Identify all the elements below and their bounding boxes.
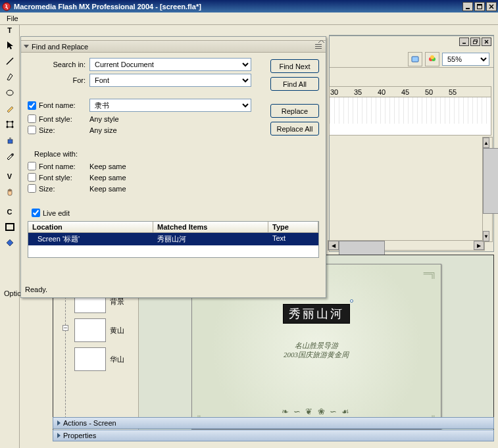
svg-point-15 (11, 153, 14, 156)
stage-subtitle-1[interactable]: 名山胜景导游 (192, 341, 441, 351)
ink-bottle-tool[interactable] (3, 133, 17, 147)
properties-panel-label: Properties (63, 432, 96, 439)
font-style-checkbox[interactable] (28, 114, 36, 123)
stroke-color[interactable] (3, 220, 17, 234)
free-transform-tool[interactable] (3, 117, 17, 132)
pen-tool[interactable] (3, 70, 17, 84)
expand-triangle-icon (24, 45, 29, 48)
app-body: T V C Options 55% 303540 (0, 25, 498, 448)
menu-file[interactable]: File (3, 13, 22, 24)
maximize-button[interactable] (474, 2, 485, 11)
svg-rect-23 (412, 57, 418, 62)
stage-subtitle-2[interactable]: 2003国庆旅游黄金周 (192, 350, 441, 360)
actions-panel-bar[interactable]: Actions - Screen (53, 417, 494, 429)
timeline-ruler[interactable]: 303540455055 (330, 87, 491, 97)
fill-icon[interactable] (3, 236, 17, 250)
hand-tool[interactable] (3, 184, 17, 199)
minimize-button[interactable] (462, 2, 473, 11)
screen-item-huashan[interactable]: 华山 (55, 345, 137, 374)
bottom-panels: Actions - Screen Properties (53, 417, 494, 442)
close-button[interactable] (486, 2, 497, 11)
scroll-up-button[interactable]: ▲ (483, 137, 489, 148)
timeline-frames[interactable] (330, 97, 491, 124)
replace-font-style-value: Keep same (89, 174, 126, 182)
doc-close-button[interactable] (482, 37, 491, 46)
edit-symbol-button[interactable] (425, 52, 439, 66)
view-label: V (0, 171, 19, 183)
document-toolbar: 55% (330, 51, 493, 68)
colors-label: C (0, 207, 19, 218)
for-select[interactable]: Font (89, 74, 251, 87)
replace-font-name-value: Keep same (89, 162, 126, 170)
svg-point-11 (6, 126, 8, 128)
title-bar: Macromedia Flash MX Professional 2004 - … (0, 0, 498, 12)
panel-menu-icon[interactable] (314, 43, 323, 51)
svg-rect-20 (474, 41, 477, 44)
svg-point-12 (11, 126, 13, 128)
replace-size-checkbox[interactable] (28, 184, 36, 193)
search-in-label: Search in: (28, 61, 89, 68)
screen-item-huangshan[interactable]: 黄山 (55, 316, 137, 345)
window-controls (462, 2, 497, 11)
screen-label: 黄山 (110, 326, 124, 336)
collapse-triangle-icon (57, 433, 61, 438)
oval-tool[interactable] (3, 86, 17, 100)
svg-point-7 (7, 90, 13, 95)
cell-location: Screen '标题' (28, 233, 153, 245)
find-replace-title: Find and Replace (32, 43, 314, 51)
edit-scene-button[interactable] (408, 52, 422, 66)
scroll-right-button[interactable]: ▶ (474, 241, 484, 250)
header-location[interactable]: Location (28, 222, 153, 232)
svg-rect-14 (9, 137, 11, 139)
search-in-select[interactable]: Current Document (89, 58, 251, 71)
timeline-scrollbar-horizontal[interactable]: ◀ ▶ (328, 240, 485, 251)
collapse-triangle-icon (57, 420, 61, 426)
replace-button[interactable]: Replace (270, 104, 319, 118)
live-edit-label: Live edit (43, 209, 70, 217)
replace-font-name-checkbox[interactable] (28, 162, 36, 170)
app-icon (1, 1, 12, 12)
font-style-value: Any style (89, 115, 119, 123)
document-window: 55% (329, 35, 494, 252)
scroll-down-button[interactable]: ▼ (483, 231, 489, 241)
line-tool[interactable] (3, 54, 17, 68)
zoom-select[interactable]: 55% (442, 53, 489, 66)
scroll-left-button[interactable]: ◀ (328, 241, 339, 250)
svg-line-6 (7, 58, 13, 64)
menu-bar: File (0, 12, 498, 25)
font-name-select[interactable]: 隶书 (89, 99, 251, 112)
pencil-tool[interactable] (3, 101, 17, 116)
document-scrollbar-vertical[interactable]: ▲ ▼ (482, 137, 493, 242)
header-matched[interactable]: Matched Items (153, 222, 268, 232)
screen-thumbnail (74, 318, 106, 342)
eyedropper-tool[interactable] (3, 149, 17, 163)
find-next-button[interactable]: Find Next (270, 59, 319, 73)
size-checkbox[interactable] (28, 126, 36, 134)
properties-panel-bar[interactable]: Properties (53, 430, 494, 441)
header-type[interactable]: Type (268, 222, 318, 232)
replace-with-label: Replace with: (28, 150, 319, 158)
stage-ornament: ❧ ∽ ❦ ❀ ∽ ☙ (192, 407, 441, 417)
panel-collapse-icon[interactable] (318, 37, 324, 40)
replace-all-button[interactable]: Replace All (270, 122, 319, 136)
font-style-label: Font style: (39, 115, 72, 123)
selection-tool[interactable] (3, 38, 17, 53)
table-row[interactable]: Screen '标题' 秀丽山河 Text (28, 233, 318, 245)
size-value: Any size (89, 126, 117, 134)
status-text: Ready. (21, 283, 326, 296)
live-edit-checkbox[interactable] (32, 209, 40, 217)
svg-rect-17 (7, 224, 13, 230)
stage-title-text[interactable]: 秀丽山河 (283, 304, 350, 324)
font-name-checkbox[interactable] (28, 101, 36, 110)
doc-minimize-button[interactable] (459, 37, 469, 46)
replace-font-style-label: Font style: (39, 174, 72, 182)
find-replace-panel: Find and Replace Find Next Find All Repl… (20, 36, 326, 298)
find-all-button[interactable]: Find All (270, 77, 319, 91)
svg-rect-18 (462, 43, 466, 44)
find-replace-header[interactable]: Find and Replace (21, 41, 326, 53)
svg-point-26 (430, 55, 434, 59)
scroll-thumb-v[interactable] (483, 148, 498, 214)
replace-font-style-checkbox[interactable] (28, 173, 36, 182)
replace-font-name-label: Font name: (39, 162, 76, 170)
doc-restore-button[interactable] (470, 37, 480, 46)
